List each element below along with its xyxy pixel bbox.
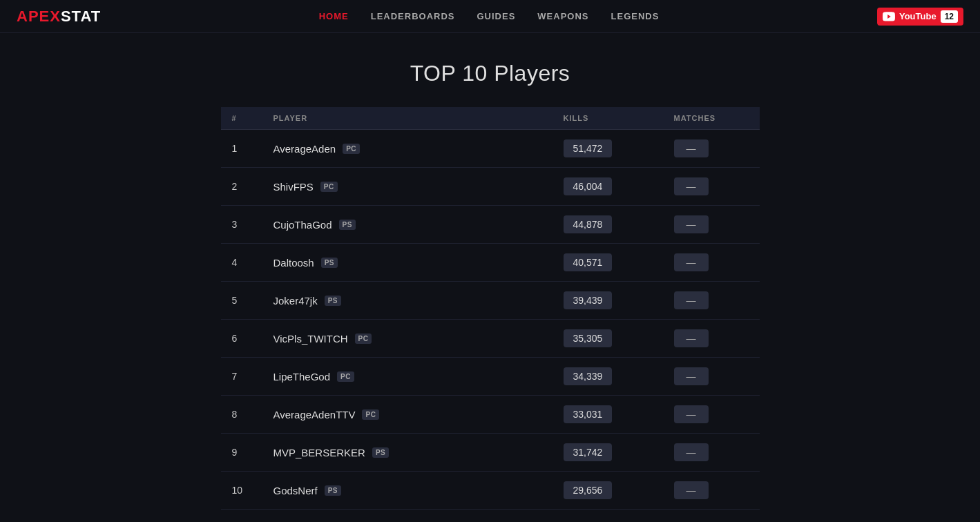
- table-row[interactable]: 5Joker47jkPS39,439—: [221, 282, 760, 320]
- matches-badge: —: [674, 367, 709, 385]
- matches-cell: —: [663, 168, 760, 206]
- platform-badge: PS: [325, 296, 341, 306]
- matches-cell: —: [663, 320, 760, 358]
- kills-badge: 39,439: [564, 291, 613, 309]
- kills-badge: 40,571: [564, 253, 613, 271]
- player-cell: LipeTheGodPC: [262, 358, 553, 396]
- kills-badge: 31,742: [564, 443, 613, 461]
- kills-badge: 29,656: [564, 481, 613, 499]
- player-cell: MVP_BERSERKERPS: [262, 434, 553, 472]
- kills-cell: 39,439: [553, 282, 663, 320]
- kills-cell: 31,742: [553, 434, 663, 472]
- matches-cell: —: [663, 244, 760, 282]
- rank-cell: 7: [221, 358, 262, 396]
- col-matches: MATCHES: [663, 107, 760, 130]
- player-name: CujoThaGod: [273, 219, 332, 231]
- player-name: ShivFPS: [273, 181, 314, 193]
- rank-cell: 9: [221, 434, 262, 472]
- page-title: TOP 10 Players: [410, 61, 570, 86]
- player-cell: ShivFPSPC: [262, 168, 553, 206]
- player-name: VicPls_TWITCH: [273, 333, 348, 345]
- player-cell: Joker47jkPS: [262, 282, 553, 320]
- youtube-count: 12: [941, 10, 958, 23]
- matches-badge: —: [674, 177, 709, 195]
- nav-link-leaderboards[interactable]: LEADERBOARDS: [371, 11, 455, 21]
- rank-cell: 10: [221, 472, 262, 510]
- platform-badge: PC: [320, 182, 338, 192]
- matches-badge: —: [674, 215, 709, 233]
- matches-cell: —: [663, 130, 760, 168]
- matches-badge: —: [674, 405, 709, 423]
- nav-links: HOMELEADERBOARDSGUIDESWEAPONSLEGENDS: [319, 11, 660, 21]
- table-row[interactable]: 6VicPls_TWITCHPC35,305—: [221, 320, 760, 358]
- logo: APEX STAT: [17, 8, 101, 26]
- matches-badge: —: [674, 481, 709, 499]
- main-content: TOP 10 Players # PLAYER KILLS MATCHES 1A…: [0, 33, 980, 522]
- table-row[interactable]: 1AverageAdenPC51,472—: [221, 130, 760, 168]
- matches-badge: —: [674, 443, 709, 461]
- kills-cell: 46,004: [553, 168, 663, 206]
- nav-link-guides[interactable]: GUIDES: [477, 11, 516, 21]
- rank-cell: 5: [221, 282, 262, 320]
- matches-cell: —: [663, 206, 760, 244]
- matches-cell: —: [663, 282, 760, 320]
- table-row[interactable]: 10GodsNerfPS29,656—: [221, 472, 760, 510]
- rank-cell: 4: [221, 244, 262, 282]
- kills-cell: 34,339: [553, 358, 663, 396]
- logo-stat: STAT: [61, 8, 101, 26]
- rank-cell: 2: [221, 168, 262, 206]
- col-player: PLAYER: [262, 107, 553, 130]
- kills-badge: 34,339: [564, 367, 613, 385]
- player-cell: CujoThaGodPS: [262, 206, 553, 244]
- player-cell: AverageAdenPC: [262, 130, 553, 168]
- logo-apex: APEX: [17, 8, 61, 26]
- table-row[interactable]: 9MVP_BERSERKERPS31,742—: [221, 434, 760, 472]
- player-name: MVP_BERSERKER: [273, 447, 365, 458]
- table-row[interactable]: 7LipeTheGodPC34,339—: [221, 358, 760, 396]
- table-header: # PLAYER KILLS MATCHES: [221, 107, 760, 130]
- platform-badge: PS: [372, 447, 389, 458]
- col-kills: KILLS: [553, 107, 663, 130]
- player-name: AverageAdenTTV: [273, 409, 356, 420]
- platform-badge: PS: [325, 485, 341, 496]
- player-cell: GodsNerfPS: [262, 472, 553, 510]
- matches-badge: —: [674, 139, 709, 157]
- nav-link-legends[interactable]: LEGENDS: [611, 11, 660, 21]
- nav-link-home[interactable]: HOME: [319, 11, 349, 21]
- table-body: 1AverageAdenPC51,472—2ShivFPSPC46,004—3C…: [221, 130, 760, 510]
- youtube-button[interactable]: YouTube 12: [877, 8, 963, 26]
- rank-cell: 3: [221, 206, 262, 244]
- matches-cell: —: [663, 358, 760, 396]
- kills-badge: 33,031: [564, 405, 613, 423]
- player-cell: AverageAdenTTVPC: [262, 396, 553, 434]
- kills-cell: 35,305: [553, 320, 663, 358]
- player-name: AverageAden: [273, 143, 336, 155]
- table-row[interactable]: 4DaltooshPS40,571—: [221, 244, 760, 282]
- matches-badge: —: [674, 253, 709, 271]
- platform-badge: PC: [337, 371, 354, 382]
- kills-cell: 29,656: [553, 472, 663, 510]
- nav-link-weapons[interactable]: WEAPONS: [537, 11, 588, 21]
- table-row[interactable]: 2ShivFPSPC46,004—: [221, 168, 760, 206]
- rank-cell: 1: [221, 130, 262, 168]
- table-row[interactable]: 8AverageAdenTTVPC33,031—: [221, 396, 760, 434]
- player-name: GodsNerf: [273, 485, 318, 496]
- col-rank: #: [221, 107, 262, 130]
- platform-badge: PC: [343, 144, 360, 154]
- player-name: LipeTheGod: [273, 371, 331, 383]
- table-row[interactable]: 3CujoThaGodPS44,878—: [221, 206, 760, 244]
- kills-badge: 46,004: [564, 177, 613, 195]
- matches-badge: —: [674, 291, 709, 309]
- player-name: Daltoosh: [273, 257, 314, 269]
- platform-badge: PC: [362, 409, 379, 420]
- youtube-icon: [883, 12, 895, 21]
- kills-cell: 33,031: [553, 396, 663, 434]
- youtube-label: YouTube: [899, 11, 936, 21]
- leaderboard-table: # PLAYER KILLS MATCHES 1AverageAdenPC51,…: [221, 107, 760, 510]
- player-cell: VicPls_TWITCHPC: [262, 320, 553, 358]
- kills-cell: 44,878: [553, 206, 663, 244]
- kills-cell: 40,571: [553, 244, 663, 282]
- rank-cell: 6: [221, 320, 262, 358]
- kills-cell: 51,472: [553, 130, 663, 168]
- platform-badge: PC: [355, 334, 372, 344]
